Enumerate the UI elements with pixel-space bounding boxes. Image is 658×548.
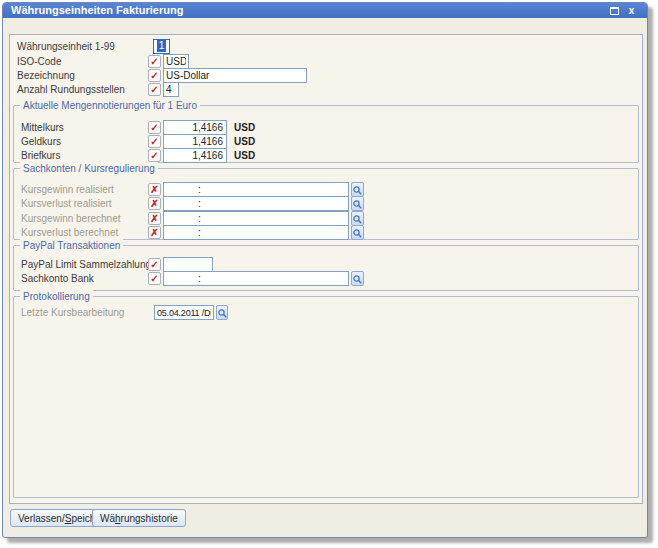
verlust-berechnet-flag-button[interactable]: ✗ bbox=[148, 226, 161, 239]
mittelkurs-input[interactable] bbox=[163, 120, 227, 135]
last-edit-label: Letzte Kursbearbeitung bbox=[21, 305, 124, 320]
rounding-label: Anzahl Rundungsstellen bbox=[17, 82, 125, 97]
geldkurs-label: Geldkurs bbox=[21, 134, 61, 149]
gewinn-berechnet-input[interactable] bbox=[163, 211, 349, 226]
paypal-limit-input[interactable] bbox=[163, 257, 213, 272]
paypal-limit-label: PayPal Limit Sammelzahlung bbox=[21, 257, 151, 272]
rounding-input[interactable] bbox=[163, 82, 179, 97]
last-edit-date-input[interactable] bbox=[154, 305, 214, 320]
mittelkurs-currency-label: USD bbox=[234, 120, 255, 135]
name-flag-button[interactable]: ✓ bbox=[148, 69, 161, 82]
close-button[interactable]: x bbox=[625, 5, 638, 16]
check-icon: ✓ bbox=[150, 84, 158, 95]
verlust-realisiert-input[interactable] bbox=[163, 196, 349, 211]
verlust-realisiert-flag-button[interactable]: ✗ bbox=[148, 197, 161, 210]
cross-icon: ✗ bbox=[150, 227, 158, 238]
iso-label: ISO-Code bbox=[17, 54, 61, 69]
rate-row-mittelkurs: Mittelkurs ✓ USD bbox=[10, 120, 642, 135]
cross-icon: ✗ bbox=[150, 184, 158, 195]
last-edit-lookup-button[interactable] bbox=[216, 305, 228, 320]
currency-history-button[interactable]: Währungshistorie bbox=[92, 509, 186, 527]
field-row-unit: Währungseinheit 1-99 1 bbox=[10, 39, 642, 54]
lookup-icon bbox=[218, 309, 227, 318]
geldkurs-currency-label: USD bbox=[234, 134, 255, 149]
cross-icon: ✗ bbox=[150, 213, 158, 224]
restore-icon bbox=[610, 7, 619, 15]
form-panel: Währungseinheit 1-99 1 ISO-Code ✓ Bezeic… bbox=[9, 34, 643, 504]
geldkurs-input[interactable] bbox=[163, 134, 227, 149]
verlust-berechnet-label: Kursverlust berechnet bbox=[21, 225, 118, 240]
rounding-flag-button[interactable]: ✓ bbox=[148, 83, 161, 96]
check-icon: ✓ bbox=[150, 56, 158, 67]
check-icon: ✓ bbox=[150, 136, 158, 147]
lookup-icon bbox=[353, 275, 362, 284]
lookup-icon bbox=[353, 229, 362, 238]
gewinn-berechnet-lookup-button[interactable] bbox=[351, 211, 364, 226]
gewinn-realisiert-input[interactable] bbox=[163, 182, 349, 197]
dialog-window: Währungseinheiten Fakturierung x Währung… bbox=[2, 2, 648, 538]
cross-icon: ✗ bbox=[150, 198, 158, 209]
sachkonto-bank-lookup-button[interactable] bbox=[351, 271, 364, 286]
account-row-verlust-berechnet: Kursverlust berechnet ✗ bbox=[10, 225, 642, 240]
group-accounts-legend: Sachkonten / Kursregulierung bbox=[20, 162, 158, 175]
field-row-iso: ISO-Code ✓ bbox=[10, 54, 642, 69]
rate-row-geldkurs: Geldkurs ✓ USD bbox=[10, 134, 642, 149]
check-icon: ✓ bbox=[150, 70, 158, 81]
name-input[interactable] bbox=[163, 68, 307, 83]
currency-history-button-label: Wä bbox=[100, 513, 115, 524]
field-row-name: Bezeichnung ✓ bbox=[10, 68, 642, 83]
briefkurs-currency-label: USD bbox=[234, 148, 255, 163]
paypal-limit-flag-button[interactable]: ✓ bbox=[148, 258, 161, 271]
name-label: Bezeichnung bbox=[17, 68, 75, 83]
unit-label: Währungseinheit 1-99 bbox=[17, 39, 115, 54]
sachkonto-bank-input[interactable] bbox=[163, 271, 349, 286]
gewinn-realisiert-flag-button[interactable]: ✗ bbox=[148, 183, 161, 196]
verlust-realisiert-lookup-button[interactable] bbox=[351, 196, 364, 211]
geldkurs-flag-button[interactable]: ✓ bbox=[148, 135, 161, 148]
group-rates-legend: Aktuelle Mengennotierungen für 1 Euro bbox=[20, 99, 200, 112]
account-row-gewinn-realisiert: Kursgewinn realisiert ✗ bbox=[10, 182, 642, 197]
account-row-gewinn-berechnet: Kursgewinn berechnet ✗ bbox=[10, 211, 642, 226]
verlust-berechnet-input[interactable] bbox=[163, 225, 349, 240]
rate-row-briefkurs: Briefkurs ✓ USD bbox=[10, 148, 642, 163]
lookup-icon bbox=[353, 186, 362, 195]
iso-input[interactable] bbox=[163, 54, 189, 69]
briefkurs-input[interactable] bbox=[163, 148, 227, 163]
group-log: Protokollierung bbox=[13, 296, 639, 498]
check-icon: ✓ bbox=[150, 122, 158, 133]
titlebar[interactable]: Währungseinheiten Fakturierung x bbox=[3, 3, 647, 18]
lookup-icon bbox=[353, 200, 362, 209]
verlust-realisiert-label: Kursverlust realisiert bbox=[21, 196, 112, 211]
field-row-rounding: Anzahl Rundungsstellen ✓ bbox=[10, 82, 642, 97]
restore-button[interactable] bbox=[608, 5, 621, 16]
unit-input[interactable]: 1 bbox=[153, 39, 170, 54]
paypal-limit-row: PayPal Limit Sammelzahlung ✓ bbox=[10, 257, 642, 272]
mittelkurs-flag-button[interactable]: ✓ bbox=[148, 121, 161, 134]
lookup-icon bbox=[353, 215, 362, 224]
account-row-verlust-realisiert: Kursverlust realisiert ✗ bbox=[10, 196, 642, 211]
gewinn-berechnet-label: Kursgewinn berechnet bbox=[21, 211, 121, 226]
gewinn-berechnet-flag-button[interactable]: ✗ bbox=[148, 212, 161, 225]
gewinn-realisiert-lookup-button[interactable] bbox=[351, 182, 364, 197]
group-paypal-legend: PayPal Transaktionen bbox=[20, 239, 123, 252]
check-icon: ✓ bbox=[150, 259, 158, 270]
iso-flag-button[interactable]: ✓ bbox=[148, 55, 161, 68]
mittelkurs-label: Mittelkurs bbox=[21, 120, 64, 135]
sachkonto-bank-flag-button[interactable]: ✓ bbox=[148, 272, 161, 285]
gewinn-realisiert-label: Kursgewinn realisiert bbox=[21, 182, 114, 197]
group-log-legend: Protokollierung bbox=[20, 290, 93, 303]
verlust-berechnet-lookup-button[interactable] bbox=[351, 225, 364, 240]
save-exit-button-label: Verlassen/ bbox=[18, 513, 65, 524]
briefkurs-flag-button[interactable]: ✓ bbox=[148, 149, 161, 162]
window-title: Währungseinheiten Fakturierung bbox=[11, 4, 183, 16]
last-edit-row: Letzte Kursbearbeitung bbox=[10, 305, 642, 320]
check-icon: ✓ bbox=[150, 150, 158, 161]
unit-selected-text: 1 bbox=[157, 40, 167, 52]
briefkurs-label: Briefkurs bbox=[21, 148, 60, 163]
sachkonto-bank-row: Sachkonto Bank ✓ bbox=[10, 271, 642, 286]
check-icon: ✓ bbox=[150, 273, 158, 284]
sachkonto-bank-label: Sachkonto Bank bbox=[21, 271, 94, 286]
